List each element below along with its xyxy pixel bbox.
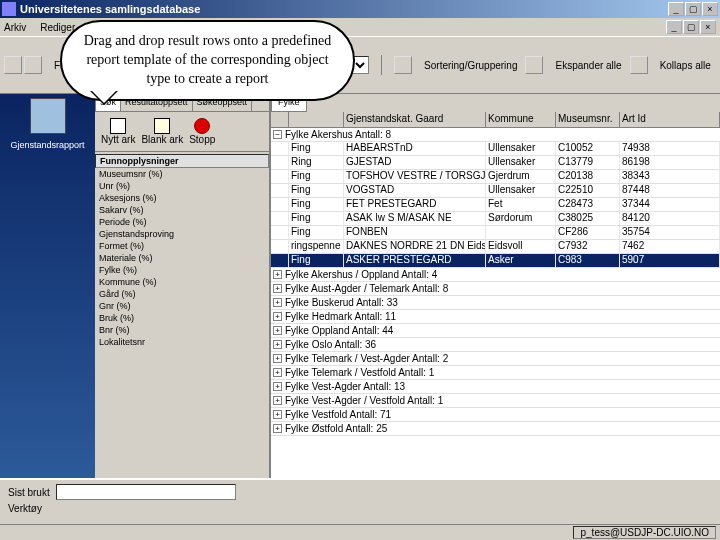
col-kommune[interactable]: Kommune xyxy=(486,112,556,127)
stop-button[interactable]: Stopp xyxy=(187,116,217,147)
results-body[interactable]: −Fylke Akershus Antall: 8 FingHABEARSTnD… xyxy=(271,128,720,522)
stop-icon xyxy=(194,118,210,134)
restore-button[interactable]: ▢ xyxy=(685,2,701,16)
field-item[interactable]: Gnr (%) xyxy=(95,300,269,312)
col-name[interactable]: Gjenstandskat. Gaard xyxy=(344,112,486,127)
tree-group-row[interactable]: +Fylke Oslo Antall: 36 xyxy=(271,338,720,352)
sist-brukt-input[interactable] xyxy=(56,484,236,500)
status-user: p_tess@USDJP-DC.UIO.NO xyxy=(573,526,716,539)
menu-rediger[interactable]: Rediger xyxy=(40,22,75,33)
field-list-header: Funnopplysninger xyxy=(95,154,269,168)
tree-group-row[interactable]: +Fylke Akershus / Oppland Antall: 4 xyxy=(271,268,720,282)
tree-group-row[interactable]: −Fylke Akershus Antall: 8 xyxy=(271,128,720,142)
mdi-close-button[interactable]: × xyxy=(700,20,716,34)
collapse-icon[interactable]: − xyxy=(273,130,282,139)
expand-icon[interactable]: + xyxy=(273,326,282,335)
app-icon xyxy=(2,2,16,16)
expand-icon[interactable]: + xyxy=(273,340,282,349)
verktoy-label: Verktøy xyxy=(8,503,42,514)
sort-group-label[interactable]: Sortering/Gruppering xyxy=(424,60,517,71)
window-title: Universitetenes samlingsdatabase xyxy=(20,3,668,15)
expand-all-icon[interactable] xyxy=(525,56,543,74)
expand-icon[interactable]: + xyxy=(273,354,282,363)
bottom-panel: Sist brukt Verktøy xyxy=(0,478,720,524)
tree-group-row[interactable]: +Fylke Buskerud Antall: 33 xyxy=(271,296,720,310)
results-panel: Fylke Gjenstandskat. Gaard Kommune Museu… xyxy=(270,94,720,522)
tree-group-row[interactable]: +Fylke Oppland Antall: 44 xyxy=(271,324,720,338)
new-sheet-button[interactable]: Nytt ark xyxy=(99,116,137,147)
tree-group-row[interactable]: +Fylke Vestfold Antall: 71 xyxy=(271,408,720,422)
field-item[interactable]: Materiale (%) xyxy=(95,252,269,264)
mdi-minimize-button[interactable]: _ xyxy=(666,20,682,34)
expand-icon[interactable]: + xyxy=(273,298,282,307)
field-item[interactable]: Fylke (%) xyxy=(95,264,269,276)
expand-icon[interactable]: + xyxy=(273,424,282,433)
field-item[interactable]: Lokalitetsnr xyxy=(95,336,269,348)
field-item[interactable]: Sakarv (%) xyxy=(95,204,269,216)
field-item[interactable]: Aksesjons (%) xyxy=(95,192,269,204)
instruction-callout: Drag and drop result rows onto a predefi… xyxy=(60,20,355,101)
statusbar: p_tess@USDJP-DC.UIO.NO xyxy=(0,524,720,540)
col-museumsnr[interactable]: Museumsnr. xyxy=(556,112,620,127)
sidebar: Gjenstandsrapport xyxy=(0,94,95,522)
expand-icon[interactable]: + xyxy=(273,382,282,391)
result-row[interactable]: FingASAK lw S M/ASAK NESørdorumC38025841… xyxy=(271,212,720,226)
new-sheet-icon xyxy=(110,118,126,134)
field-item[interactable]: Bruk (%) xyxy=(95,312,269,324)
result-row[interactable]: FingFET PRESTEGARDFetC2847337344 xyxy=(271,198,720,212)
field-item[interactable]: Gjenstandsproving xyxy=(95,228,269,240)
search-panel: Søk Resultatoppsett Søkeoppsett Nytt ark… xyxy=(95,94,270,522)
expand-icon[interactable]: + xyxy=(273,270,282,279)
report-tool-label: Gjenstandsrapport xyxy=(4,140,91,150)
field-item[interactable]: Periode (%) xyxy=(95,216,269,228)
tree-group-row[interactable]: +Fylke Hedmark Antall: 11 xyxy=(271,310,720,324)
field-item[interactable]: Museumsnr (%) xyxy=(95,168,269,180)
mdi-restore-button[interactable]: ▢ xyxy=(683,20,699,34)
report-tool-icon[interactable] xyxy=(30,98,66,134)
field-list: Funnopplysninger Museumsnr (%)Unr (%)Aks… xyxy=(95,152,269,522)
expand-icon[interactable]: + xyxy=(273,396,282,405)
tree-group-row[interactable]: +Fylke Vest-Agder Antall: 13 xyxy=(271,380,720,394)
sort-group-icon[interactable] xyxy=(394,56,412,74)
clear-sheet-button[interactable]: Blank ark xyxy=(139,116,185,147)
result-row[interactable]: FingHABEARSTnDUllensakerC1005274938 xyxy=(271,142,720,156)
result-row[interactable]: FingVOGSTADUllensakerC2251087448 xyxy=(271,184,720,198)
collapse-all-icon[interactable] xyxy=(630,56,648,74)
tree-group-row[interactable]: +Fylke Aust-Agder / Telemark Antall: 8 xyxy=(271,282,720,296)
tree-group-row[interactable]: +Fylke Vest-Agder / Vestfold Antall: 1 xyxy=(271,394,720,408)
result-row[interactable]: FingTOFSHOV VESTRE / TORSGJERDUMGjerdrum… xyxy=(271,170,720,184)
expand-icon[interactable]: + xyxy=(273,284,282,293)
field-item[interactable]: Unr (%) xyxy=(95,180,269,192)
collapse-all-label[interactable]: Kollaps alle xyxy=(660,60,711,71)
result-row[interactable]: RingGJESTADUllensakerC1377986198 xyxy=(271,156,720,170)
expand-all-label[interactable]: Ekspander alle xyxy=(555,60,621,71)
expand-icon[interactable]: + xyxy=(273,368,282,377)
tree-group-row[interactable]: +Fylke Telemark / Vest-Agder Antall: 2 xyxy=(271,352,720,366)
sist-brukt-label: Sist brukt xyxy=(8,487,50,498)
toolbar-icon-2[interactable] xyxy=(24,56,42,74)
col-artid[interactable]: Art Id xyxy=(620,112,720,127)
field-item[interactable]: Gård (%) xyxy=(95,288,269,300)
result-row[interactable]: FingASKER PRESTEGARDAskerC9835907 xyxy=(271,254,720,268)
field-item[interactable]: Bnr (%) xyxy=(95,324,269,336)
field-item[interactable]: Kommune (%) xyxy=(95,276,269,288)
result-row[interactable]: ringspenneDAKNES NORDRE 21 DN EidsvollEi… xyxy=(271,240,720,254)
results-header: Gjenstandskat. Gaard Kommune Museumsnr. … xyxy=(271,112,720,128)
minimize-button[interactable]: _ xyxy=(668,2,684,16)
tree-group-row[interactable]: +Fylke Telemark / Vestfold Antall: 1 xyxy=(271,366,720,380)
expand-icon[interactable]: + xyxy=(273,312,282,321)
result-row[interactable]: FingFONBENCF28635754 xyxy=(271,226,720,240)
window-titlebar: Universitetenes samlingsdatabase _ ▢ × xyxy=(0,0,720,18)
menu-arkiv[interactable]: Arkiv xyxy=(4,22,26,33)
expand-icon[interactable]: + xyxy=(273,410,282,419)
field-item[interactable]: Formet (%) xyxy=(95,240,269,252)
toolbar-icon-1[interactable] xyxy=(4,56,22,74)
clear-sheet-icon xyxy=(154,118,170,134)
close-button[interactable]: × xyxy=(702,2,718,16)
tree-group-row[interactable]: +Fylke Østfold Antall: 25 xyxy=(271,422,720,436)
